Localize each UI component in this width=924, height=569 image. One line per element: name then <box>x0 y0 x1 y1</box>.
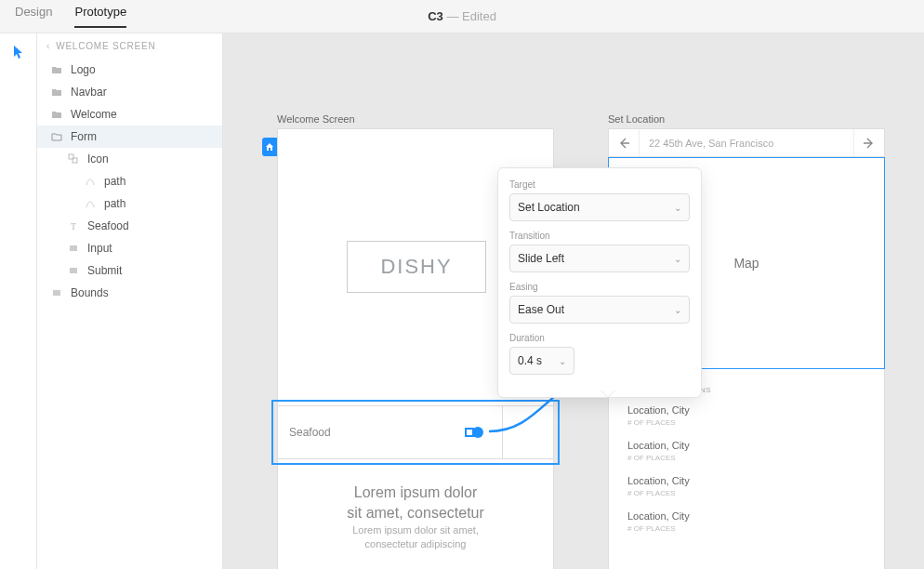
prototype-connection-handle[interactable] <box>465 426 487 439</box>
layer-label: Seafood <box>87 219 129 232</box>
chevron-down-icon: ⌄ <box>674 203 681 213</box>
home-artboard-badge[interactable] <box>262 138 277 156</box>
recent-location-item[interactable]: Location, City # OF PLACES <box>627 440 690 462</box>
recent-title: Location, City <box>627 404 690 416</box>
layer-bounds[interactable]: Bounds <box>37 282 222 304</box>
folder-icon <box>50 108 63 121</box>
easing-select[interactable]: Ease Out ⌄ <box>509 296 690 324</box>
chevron-down-icon: ⌄ <box>674 254 681 264</box>
duration-select[interactable]: 0.4 s ⌄ <box>509 347 574 375</box>
artboard-label-welcome[interactable]: Welcome Screen <box>277 113 355 125</box>
transition-value: Slide Left <box>518 252 564 265</box>
form-row[interactable]: Seafood <box>277 405 554 459</box>
layer-label: path <box>104 197 125 210</box>
layer-label: Input <box>87 242 112 255</box>
layer-path[interactable]: path <box>37 170 222 192</box>
easing-label: Easing <box>509 282 690 292</box>
folder-icon <box>50 86 63 99</box>
layers-panel: ‹ WELCOME SCREEN Logo Navbar Welcome For… <box>37 33 223 569</box>
recent-location-item[interactable]: Location, City # OF PLACES <box>627 404 690 427</box>
recent-title: Location, City <box>627 440 690 451</box>
doc-status: — Edited <box>446 9 495 23</box>
recent-sub: # OF PLACES <box>627 418 690 427</box>
layers-panel-header[interactable]: ‹ WELCOME SCREEN <box>37 33 222 59</box>
text-icon: T <box>67 219 80 232</box>
layer-navbar[interactable]: Navbar <box>37 81 222 103</box>
easing-value: Ease Out <box>518 303 564 316</box>
layer-label: Submit <box>87 264 122 277</box>
chevron-down-icon: ⌄ <box>559 356 566 366</box>
go-button[interactable] <box>854 129 884 156</box>
tab-design[interactable]: Design <box>15 5 52 28</box>
layer-logo[interactable]: Logo <box>37 59 222 81</box>
address-input[interactable]: 22 45th Ave, San Francisco <box>639 129 854 156</box>
back-button[interactable] <box>609 129 639 156</box>
recent-title: Location, City <box>627 475 690 486</box>
document-title: C3 — Edited <box>428 9 496 23</box>
chevron-down-icon: ⌄ <box>674 305 681 315</box>
heading-line2: sit amet, consectetur <box>347 505 484 521</box>
mode-tabs: Design Prototype <box>15 5 126 28</box>
layer-path[interactable]: path <box>37 192 222 215</box>
svg-rect-4 <box>53 290 60 296</box>
svg-rect-2 <box>70 245 77 251</box>
layer-submit[interactable]: Submit <box>37 259 222 282</box>
layer-label: Icon <box>87 152 109 165</box>
transition-label: Transition <box>509 231 690 241</box>
layer-welcome[interactable]: Welcome <box>37 103 222 126</box>
logo-box: DISHY <box>347 241 486 293</box>
component-icon <box>67 152 80 165</box>
folder-open-icon <box>50 130 63 143</box>
recent-title: Location, City <box>627 510 690 522</box>
layer-label: path <box>104 175 125 188</box>
layer-seafood[interactable]: T Seafood <box>37 215 222 237</box>
target-value: Set Location <box>518 201 580 214</box>
layer-label: Logo <box>71 63 96 76</box>
layer-icon[interactable]: Icon <box>37 148 222 170</box>
interaction-popover: Target Set Location ⌄ Transition Slide L… <box>497 167 702 398</box>
layer-form[interactable]: Form <box>37 126 222 148</box>
layer-label: Bounds <box>71 286 109 299</box>
path-icon <box>84 197 97 210</box>
heading-line1: Lorem ipsum dolor <box>354 484 478 500</box>
artboard-label-location[interactable]: Set Location <box>608 113 665 125</box>
layer-input[interactable]: Input <box>37 237 222 259</box>
rect-icon <box>67 242 80 255</box>
layers-panel-title: WELCOME SCREEN <box>56 41 155 51</box>
rect-icon <box>67 264 80 277</box>
folder-icon <box>50 63 63 76</box>
tab-prototype[interactable]: Prototype <box>74 5 126 28</box>
layer-label: Welcome <box>71 108 117 121</box>
chevron-left-icon: ‹ <box>46 41 50 51</box>
rect-icon <box>50 286 63 299</box>
welcome-heading: Lorem ipsum dolor sit amet, consectetur <box>278 483 553 523</box>
sub-line2: consectetur adipiscing <box>365 538 467 549</box>
sub-line1: Lorem ipsum dolor sit amet, <box>352 524 479 536</box>
layer-label: Navbar <box>71 86 107 99</box>
submit-button[interactable] <box>503 406 553 458</box>
pointer-tool-icon[interactable] <box>11 45 26 63</box>
welcome-sub: Lorem ipsum dolor sit amet, consectetur … <box>278 523 553 552</box>
transition-select[interactable]: Slide Left ⌄ <box>509 245 690 272</box>
canvas[interactable]: Welcome Screen DISHY Lorem ipsum dolor s… <box>223 33 924 569</box>
path-icon <box>84 175 97 188</box>
location-search-bar: 22 45th Ave, San Francisco <box>609 129 884 157</box>
target-label: Target <box>509 179 690 190</box>
target-select[interactable]: Set Location ⌄ <box>509 193 690 221</box>
recent-sub: # OF PLACES <box>627 524 690 533</box>
recent-location-item[interactable]: Location, City # OF PLACES <box>627 475 690 497</box>
svg-rect-3 <box>70 268 77 273</box>
duration-value: 0.4 s <box>518 354 542 367</box>
duration-label: Duration <box>509 333 690 343</box>
tool-rail <box>0 33 37 569</box>
top-bar: Design Prototype C3 — Edited <box>0 0 924 33</box>
recent-location-item[interactable]: Location, City # OF PLACES <box>627 510 690 533</box>
recent-sub: # OF PLACES <box>627 489 690 497</box>
recent-sub: # OF PLACES <box>627 454 690 462</box>
layer-label: Form <box>71 130 97 143</box>
doc-name: C3 <box>428 9 443 23</box>
